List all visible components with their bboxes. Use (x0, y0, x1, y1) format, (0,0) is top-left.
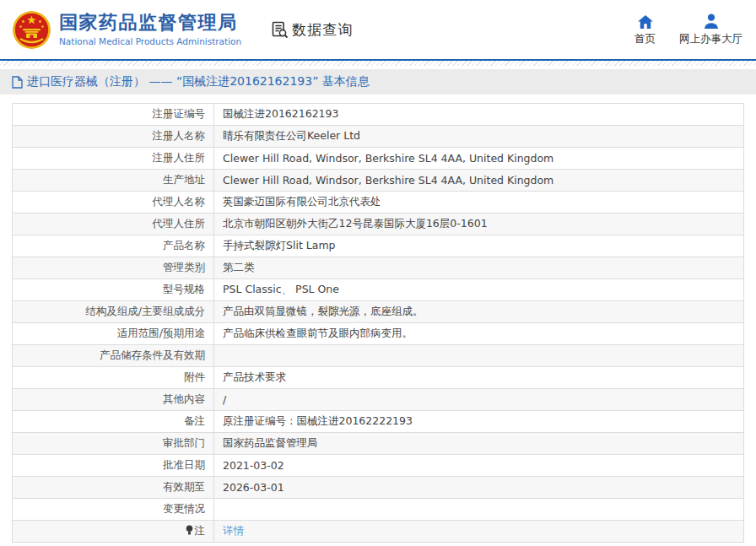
nav-item-home[interactable]: 首页 (634, 14, 656, 46)
nav-item-label: 首页 (634, 32, 656, 46)
row-value: 产品由双筒显微镜，裂隙光源，底座组成。 (214, 301, 744, 323)
row-label: 产品储存条件及有效期 (13, 345, 214, 367)
row-value: 睛乐有限责任公司Keeler Ltd (214, 126, 744, 148)
agency-logo: 国家药品监督管理局 National Medical Products Admi… (12, 10, 241, 50)
row-label: 管理类别 (13, 257, 214, 279)
table-row: 产品名称手持式裂隙灯Slit Lamp (13, 235, 744, 257)
main-content: 注册证编号国械注进20162162193注册人名称睛乐有限责任公司Keeler … (0, 95, 756, 543)
info-table-body: 注册证编号国械注进20162162193注册人名称睛乐有限责任公司Keeler … (13, 104, 744, 543)
table-row: 备注原注册证编号：国械注进20162222193 (13, 411, 744, 433)
row-label: 批准日期 (13, 455, 214, 477)
agency-name-cn: 国家药品监督管理局 (59, 13, 241, 33)
header-nav: 首页 网上办事大厅 (634, 14, 742, 46)
row-label: 注册人名称 (13, 126, 214, 148)
table-row: 其他内容/ (13, 389, 744, 411)
row-label: 注册证编号 (13, 104, 214, 126)
home-icon (638, 14, 653, 29)
row-label: 其他内容 (13, 389, 214, 411)
table-row: 有效期至2026-03-01 (13, 477, 744, 499)
row-value: Clewer Hill Road, Windsor, Berkshire SL4… (214, 148, 744, 170)
row-value: Clewer Hill Road, Windsor, Berkshire SL4… (214, 170, 744, 192)
agency-name-en: National Medical Products Administration (59, 36, 241, 46)
row-label: 生产地址 (13, 170, 214, 192)
row-value: 国械注进20162162193 (214, 104, 744, 126)
document-search-icon (270, 20, 289, 40)
row-value: 英国豪迈国际有限公司北京代表处 (214, 192, 744, 214)
data-query-module: 数据查询 (270, 20, 353, 40)
table-row: 代理人名称英国豪迈国际有限公司北京代表处 (13, 192, 744, 214)
row-value: 北京市朝阳区朝外大街乙12号昆泰国际大厦16层0-1601 (214, 214, 744, 235)
table-row: 注详情 (13, 521, 744, 543)
row-label: 附件 (13, 367, 214, 389)
row-value: 产品技术要求 (214, 367, 744, 389)
row-value: 2021-03-02 (214, 455, 744, 477)
table-row: 注册人住所Clewer Hill Road, Windsor, Berkshir… (13, 148, 744, 170)
table-row: 适用范围/预期用途产品临床供检查眼前节及眼内部病变用。 (13, 323, 744, 345)
row-label: 注册人住所 (13, 148, 214, 170)
table-row: 附件产品技术要求 (13, 367, 744, 389)
table-row: 产品储存条件及有效期 (13, 345, 744, 367)
bulb-icon (186, 525, 193, 538)
table-row: 管理类别第二类 (13, 257, 744, 279)
row-value: 第二类 (214, 257, 744, 279)
table-row: 生产地址Clewer Hill Road, Windsor, Berkshire… (13, 170, 744, 192)
table-row: 变更情况 (13, 499, 744, 521)
row-label: 备注 (13, 411, 214, 433)
row-value (214, 499, 744, 521)
table-row: 审批部门国家药品监督管理局 (13, 433, 744, 455)
row-label: 审批部门 (13, 433, 214, 455)
row-label: 代理人住所 (13, 214, 214, 235)
row-label: 产品名称 (13, 235, 214, 257)
user-icon (704, 14, 719, 29)
table-row: 注册人名称睛乐有限责任公司Keeler Ltd (13, 126, 744, 148)
row-value: 产品临床供检查眼前节及眼内部病变用。 (214, 323, 744, 345)
breadcrumb-text: 进口医疗器械（注册） —— “国械注进20162162193” 基本信息 (27, 74, 370, 89)
registration-info-table: 注册证编号国械注进20162162193注册人名称睛乐有限责任公司Keeler … (12, 103, 744, 543)
row-label: 注 (13, 521, 214, 543)
row-value: 2026-03-01 (214, 477, 744, 499)
table-row: 型号规格PSL Classic、 PSL One (13, 279, 744, 301)
row-value: 国家药品监督管理局 (214, 433, 744, 455)
row-value: 手持式裂隙灯Slit Lamp (214, 235, 744, 257)
row-value: / (214, 389, 744, 411)
table-row: 批准日期2021-03-02 (13, 455, 744, 477)
row-value: PSL Classic、 PSL One (214, 279, 744, 301)
table-row: 结构及组成/主要组成成分产品由双筒显微镜，裂隙光源，底座组成。 (13, 301, 744, 323)
module-title: 数据查询 (292, 20, 353, 40)
row-label: 代理人名称 (13, 192, 214, 214)
breadcrumb-band: 进口医疗器械（注册） —— “国械注进20162162193” 基本信息 (0, 69, 756, 95)
nav-item-label: 网上办事大厅 (679, 32, 742, 46)
row-label: 结构及组成/主要组成成分 (13, 301, 214, 323)
table-row: 代理人住所北京市朝阳区朝外大街乙12号昆泰国际大厦16层0-1601 (13, 214, 744, 235)
row-value: 详情 (214, 521, 744, 543)
agency-title-block: 国家药品监督管理局 National Medical Products Admi… (59, 13, 241, 46)
site-header: 国家药品监督管理局 National Medical Products Admi… (0, 0, 756, 59)
row-label: 型号规格 (13, 279, 214, 301)
row-value (214, 345, 744, 367)
row-label: 有效期至 (13, 477, 214, 499)
row-label: 变更情况 (13, 499, 214, 521)
document-icon (12, 76, 23, 89)
nav-item-service-hall[interactable]: 网上办事大厅 (679, 14, 742, 46)
row-value: 原注册证编号：国械注进20162222193 (214, 411, 744, 433)
row-label: 适用范围/预期用途 (13, 323, 214, 345)
table-row: 注册证编号国械注进20162162193 (13, 104, 744, 126)
breadcrumb: 进口医疗器械（注册） —— “国械注进20162162193” 基本信息 (12, 74, 370, 89)
national-emblem-icon (12, 10, 51, 50)
detail-link[interactable]: 详情 (223, 524, 244, 537)
